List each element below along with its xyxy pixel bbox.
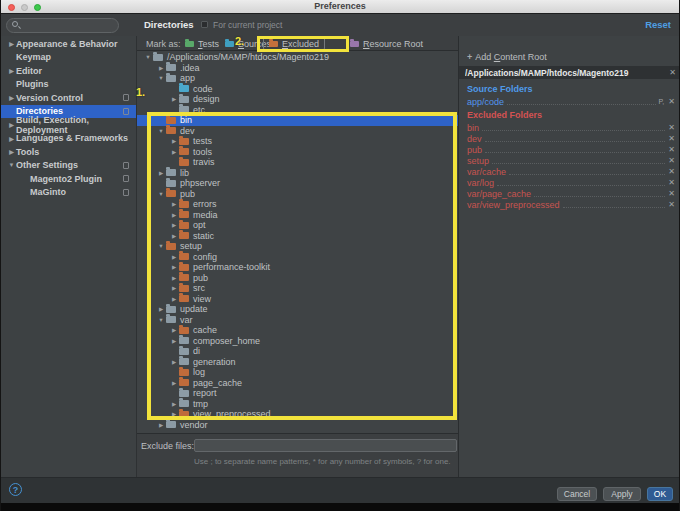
tree-row[interactable]: phpserver — [137, 178, 458, 189]
tree-row[interactable]: travis — [137, 157, 458, 168]
tree-row[interactable]: ▶src — [137, 283, 458, 294]
tree-row[interactable]: ▼app — [137, 73, 458, 84]
tree-row[interactable]: ▶config — [137, 252, 458, 263]
tree-row[interactable]: ▼setup — [137, 241, 458, 252]
apply-button[interactable]: Apply — [603, 487, 641, 501]
tree-row[interactable]: ▶tools — [137, 147, 458, 158]
dotted-leader — [482, 130, 665, 131]
tree-row[interactable]: ▶media — [137, 210, 458, 221]
search-input[interactable] — [6, 18, 119, 33]
tree-row[interactable]: ▶performance-toolkit — [137, 262, 458, 273]
ok-button[interactable]: OK — [647, 487, 673, 501]
sidebar-item-magento2-plugin[interactable]: Magento2 Plugin — [1, 172, 136, 186]
sidebar-item-keymap[interactable]: Keymap — [1, 51, 136, 65]
regular-folder-icon — [179, 390, 189, 397]
sidebar-item-editor[interactable]: ▶Editor — [1, 64, 136, 78]
tree-row[interactable]: code — [137, 84, 458, 95]
cancel-button[interactable]: Cancel — [557, 487, 597, 501]
excluded-folder-icon — [179, 201, 189, 208]
excluded-folder-path: var/log — [467, 178, 494, 188]
mark-as-excluded-button[interactable]: Excluded — [263, 36, 325, 51]
tree-row[interactable]: ▶.idea — [137, 63, 458, 74]
remove-excluded-folder-icon[interactable]: ✕ — [668, 146, 675, 154]
title-bar: Preferences — [1, 0, 679, 14]
tree-row[interactable]: ▶lib — [137, 168, 458, 179]
excluded-folder-row[interactable]: var/page_cache✕ — [467, 188, 675, 199]
project-level-icon — [123, 108, 129, 115]
excluded-folder-row[interactable]: pub✕ — [467, 144, 675, 155]
tree-row[interactable]: ▶errors — [137, 199, 458, 210]
sidebar-item-languages-frameworks[interactable]: ▶Languages & Frameworks — [1, 132, 136, 146]
tree-row[interactable]: ▶cache — [137, 325, 458, 336]
excluded-folder-row[interactable]: dev✕ — [467, 133, 675, 144]
tree-row[interactable]: ▶vendor — [137, 420, 458, 431]
excluded-folder-row[interactable]: bin✕ — [467, 122, 675, 133]
tree-row-label: generation — [193, 357, 236, 367]
tree-row[interactable]: ▼pub — [137, 189, 458, 200]
project-level-icon — [123, 94, 129, 101]
remove-excluded-folder-icon[interactable]: ✕ — [668, 157, 675, 165]
sidebar-item-plugins[interactable]: Plugins — [1, 78, 136, 92]
remove-excluded-folder-icon[interactable]: ✕ — [668, 135, 675, 143]
exclude-files-hint: Use ; to separate name patterns, * for a… — [194, 457, 451, 466]
content-root-row[interactable]: /Applications/MAMP/htdocs/Magento219 ✕ — [459, 66, 680, 79]
sidebar-item-tools[interactable]: ▶Tools — [1, 145, 136, 159]
add-content-root-button[interactable]: +Add Content Root — [467, 52, 547, 62]
tree-row[interactable]: ▶tests — [137, 136, 458, 147]
tree-row[interactable]: report — [137, 388, 458, 399]
mark-as-tests-button[interactable]: Tests — [185, 37, 219, 51]
remove-excluded-folder-icon[interactable]: ✕ — [668, 201, 675, 209]
remove-content-root-icon[interactable]: ✕ — [669, 69, 676, 77]
sidebar-item-maginto[interactable]: MaGinto — [1, 186, 136, 200]
source-folders-title: Source Folders — [467, 84, 533, 94]
sidebar-item-version-control[interactable]: ▶Version Control — [1, 91, 136, 105]
chevron-right-icon: ▶ — [169, 285, 179, 291]
tree-row[interactable]: ▶generation — [137, 357, 458, 368]
sidebar-item-other-settings[interactable]: ▼Other Settings — [1, 159, 136, 173]
sidebar-item-label: Tools — [16, 147, 39, 157]
tree-row[interactable]: ▶composer_home — [137, 336, 458, 347]
tree-row[interactable]: log — [137, 367, 458, 378]
excluded-folder-icon — [179, 138, 189, 145]
reset-link[interactable]: Reset — [645, 19, 671, 30]
tree-row[interactable]: ▶view — [137, 294, 458, 305]
remove-excluded-folder-icon[interactable]: ✕ — [668, 179, 675, 187]
tree-row[interactable]: ▶design — [137, 94, 458, 105]
tree-row[interactable]: ▶tmp — [137, 399, 458, 410]
tree-row[interactable]: ▶page_cache — [137, 378, 458, 389]
chevron-right-icon: ▶ — [169, 96, 179, 102]
excluded-folder-row[interactable]: var/cache✕ — [467, 166, 675, 177]
exclude-files-input[interactable] — [194, 439, 457, 452]
remove-excluded-folder-icon[interactable]: ✕ — [668, 190, 675, 198]
excluded-folder-row[interactable]: var/view_preprocessed✕ — [467, 199, 675, 210]
excluded-folder-row[interactable]: setup✕ — [467, 155, 675, 166]
help-button[interactable]: ? — [9, 483, 22, 496]
tree-row[interactable]: ▶pub — [137, 273, 458, 284]
sidebar-item-appearance-behavior[interactable]: ▶Appearance & Behavior — [1, 37, 136, 51]
tree-row[interactable]: ▶opt — [137, 220, 458, 231]
tree-row[interactable]: ▼/Applications/MAMP/htdocs/Magento219 — [137, 52, 458, 63]
tree-row[interactable]: bin — [137, 115, 458, 126]
settings-header: Directories For current project Reset — [1, 14, 679, 36]
source-folder-row[interactable]: app/codeP,✕ — [467, 96, 675, 107]
chevron-right-icon: ▶ — [169, 201, 179, 207]
regular-folder-icon — [179, 337, 189, 344]
excluded-folder-row[interactable]: var/log✕ — [467, 177, 675, 188]
remove-excluded-folder-icon[interactable]: ✕ — [668, 168, 675, 176]
tree-row[interactable]: ▼var — [137, 315, 458, 326]
regular-folder-icon — [166, 180, 176, 187]
tree-row[interactable]: di — [137, 346, 458, 357]
tree-row[interactable]: ▼dev — [137, 126, 458, 137]
tree-row[interactable]: ▶update — [137, 304, 458, 315]
excluded-folder-path: bin — [467, 123, 479, 133]
tree-row[interactable]: etc — [137, 105, 458, 116]
tree-row[interactable]: ▶view_preprocessed — [137, 409, 458, 420]
tree-row-label: vendor — [180, 420, 208, 430]
remove-source-folder-icon[interactable]: ✕ — [668, 98, 675, 106]
chevron-right-icon: ▶ — [169, 233, 179, 239]
sidebar-item-build-execution-deployment[interactable]: ▶Build, Execution, Deployment — [1, 118, 136, 132]
tree-row[interactable]: ▶static — [137, 231, 458, 242]
remove-excluded-folder-icon[interactable]: ✕ — [668, 124, 675, 132]
mark-as-resource-root-button[interactable]: Resource Root — [350, 37, 423, 51]
source-folder-path: app/code — [467, 97, 504, 107]
